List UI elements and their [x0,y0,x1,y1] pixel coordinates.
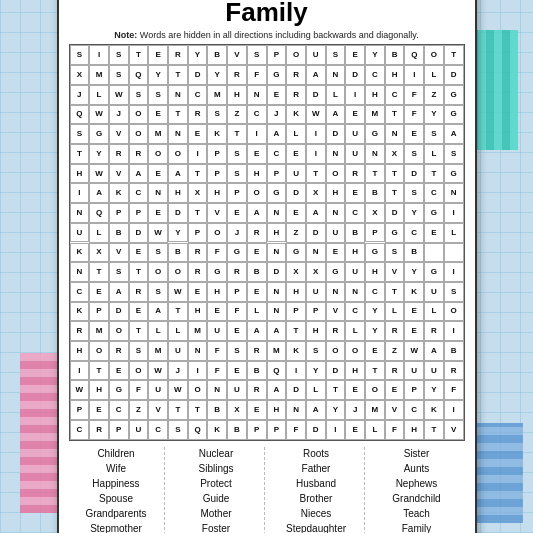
grid-cell: X [227,400,247,420]
grid-cell: T [227,124,247,144]
grid-cell: C [345,302,365,322]
grid-cell: H [168,183,188,203]
grid-cell: T [306,164,326,184]
grid-cell: C [365,282,385,302]
grid-cell: O [168,144,188,164]
grid-cell: X [188,183,208,203]
word-item: Brother [273,492,360,505]
grid-cell: C [365,65,385,85]
grid-cell: E [365,341,385,361]
grid-cell: L [424,144,444,164]
grid-cell: S [227,144,247,164]
word-item: Children [73,447,160,460]
grid-cell: G [365,124,385,144]
grid-cell: E [247,400,267,420]
grid-cell: O [188,380,208,400]
word-item: Stepdaughter [273,522,360,533]
grid-cell: G [207,262,227,282]
grid-cell: M [148,341,168,361]
grid-cell: V [109,124,129,144]
grid-cell: W [168,380,188,400]
grid-cell: M [365,400,385,420]
grid-cell: U [168,341,188,361]
word-item: Nephews [373,477,461,490]
grid-cell: B [109,223,129,243]
grid-cell: F [286,420,306,440]
grid-cell: D [404,164,424,184]
grid-cell: X [306,183,326,203]
grid-cell: H [267,223,287,243]
grid-cell: A [306,203,326,223]
grid-cell: L [286,124,306,144]
grid-cell: N [345,282,365,302]
grid-cell: C [345,203,365,223]
word-column-3: RootsFatherHusbandBrotherNiecesStepdaugh… [269,447,365,533]
grid-cell: V [444,420,464,440]
grid-cell: S [227,341,247,361]
grid-cell: R [247,223,267,243]
grid-cell: T [385,105,405,125]
grid-cell: R [188,262,208,282]
grid-cell: S [109,262,129,282]
grid-cell: A [267,124,287,144]
grid-cell: U [148,380,168,400]
grid-cell: X [306,262,326,282]
grid-cell: R [227,65,247,85]
grid-cell: H [70,341,90,361]
grid-cell: Q [70,105,90,125]
grid-cell: F [385,420,405,440]
grid-cell: T [424,420,444,440]
grid-cell: J [267,105,287,125]
grid-cell: T [89,262,109,282]
grid-cell: S [148,282,168,302]
grid-cell: L [385,302,405,322]
grid-cell: E [404,124,424,144]
grid-cell: D [286,380,306,400]
grid-cell: I [444,262,464,282]
grid-cell: P [247,420,267,440]
grid-cell: I [306,144,326,164]
grid-cell: R [227,262,247,282]
word-item: Siblings [173,462,260,475]
grid-cell: C [424,183,444,203]
grid-cell: Q [188,420,208,440]
grid-cell: K [404,282,424,302]
grid-cell: V [385,400,405,420]
grid-cell: A [168,164,188,184]
grid-cell: F [227,302,247,322]
grid-cell: K [70,243,90,263]
grid-cell: B [207,45,227,65]
grid-cell: E [188,124,208,144]
grid-cell: I [89,45,109,65]
grid-cell: D [188,65,208,85]
word-item: Family [373,522,461,533]
grid-cell: A [129,164,149,184]
word-item: Stepmother [73,522,160,533]
grid-cell: L [306,380,326,400]
grid-cell: A [267,380,287,400]
grid-cell: J [70,85,90,105]
grid-cell: P [188,223,208,243]
grid-cell: T [385,282,405,302]
grid-cell: S [424,124,444,144]
grid-cell: S [404,144,424,164]
grid-cell: H [385,65,405,85]
grid-cell: H [345,361,365,381]
grid-cell: U [424,282,444,302]
grid-cell: P [207,144,227,164]
grid-cell: P [286,302,306,322]
grid-cell: H [247,164,267,184]
grid-cell: E [385,380,405,400]
page-title: Family [69,0,465,28]
grid-cell: N [326,144,346,164]
grid-cell: M [148,124,168,144]
grid-cell: R [385,361,405,381]
grid-cell: E [148,105,168,125]
grid-cell: A [247,203,267,223]
grid-cell: Y [365,302,385,322]
grid-cell: Z [227,105,247,125]
grid-cell: Q [267,361,287,381]
word-item: Grandparents [73,507,160,520]
grid-cell: T [365,164,385,184]
grid-cell: H [365,85,385,105]
